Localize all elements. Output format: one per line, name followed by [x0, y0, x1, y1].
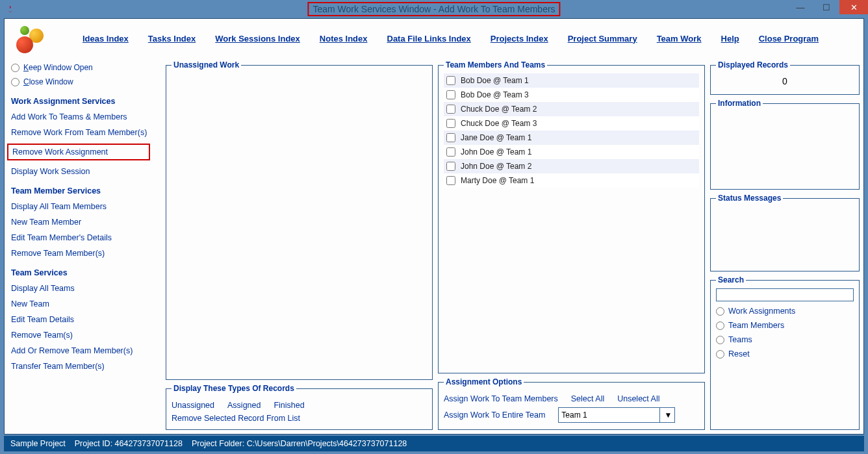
link-add-or-remove-team-members[interactable]: Add Or Remove Team Member(s) [11, 346, 160, 355]
radio-label: Close Window [23, 77, 73, 86]
link-finished[interactable]: Finished [274, 401, 304, 410]
radio-close-window[interactable]: Close Window [11, 77, 160, 86]
member-checkbox[interactable] [446, 90, 455, 99]
link-display-work-session[interactable]: Display Work Session [11, 167, 160, 176]
menu-data-file-links-index[interactable]: Data File Links Index [387, 34, 471, 44]
radio-search-reset[interactable]: Reset [716, 349, 854, 359]
menu-close-program[interactable]: Close Program [759, 34, 819, 44]
link-remove-team-members[interactable]: Remove Team Member(s) [11, 249, 160, 258]
member-checkbox[interactable] [446, 105, 455, 114]
menu-notes-index[interactable]: Notes Index [320, 34, 368, 44]
member-name: Jane Doe @ Team 1 [461, 133, 531, 142]
center: Unassigned Work Display These Types Of R… [166, 60, 860, 430]
legend-status-messages: Status Messages [716, 194, 783, 203]
member-checkbox[interactable] [446, 119, 455, 128]
window-title: Team Work Services Window - Add Work To … [307, 2, 560, 16]
link-add-work-to-teams[interactable]: Add Work To Teams & Members [11, 112, 160, 121]
section-team-member-services: Team Member Services [11, 186, 160, 195]
link-assign-to-members[interactable]: Assign Work To Team Members [444, 394, 558, 403]
legend-displayed-records: Displayed Records [716, 60, 790, 69]
member-row[interactable]: Chuck Doe @ Team 3 [444, 116, 699, 131]
legend-unassigned-work: Unassigned Work [172, 60, 241, 69]
team-combo-value: Team 1 [561, 410, 587, 420]
fieldset-team-members: Team Members And Teams Bob Doe @ Team 1B… [438, 60, 705, 373]
link-assigned[interactable]: Assigned [227, 401, 261, 410]
link-unassigned[interactable]: Unassigned [172, 401, 214, 410]
statusbar: Sample Project Project ID: 4642737370711… [4, 436, 864, 451]
member-row[interactable]: John Doe @ Team 2 [444, 159, 699, 173]
sidebar: Keep Window Open Close Window Work Assig… [11, 60, 160, 430]
menu-work-sessions-index[interactable]: Work Sessions Index [215, 34, 300, 44]
link-display-all-teams[interactable]: Display All Teams [11, 284, 160, 293]
link-remove-work-from-members[interactable]: Remove Work From Team Member(s) [11, 128, 160, 137]
link-transfer-team-members[interactable]: Transfer Team Member(s) [11, 362, 160, 371]
fieldset-search: Search Work Assignments Team Members Tea… [710, 275, 860, 430]
member-row[interactable]: Bob Doe @ Team 3 [444, 88, 699, 102]
close-button[interactable]: ✕ [839, 0, 868, 14]
link-assign-to-entire-team[interactable]: Assign Work To Entire Team [444, 410, 545, 420]
radio-label: Reset [728, 349, 750, 359]
member-name: Chuck Doe @ Team 2 [461, 105, 537, 114]
member-row[interactable]: Marty Doe @ Team 1 [444, 173, 699, 188]
member-name: Chuck Doe @ Team 3 [461, 119, 537, 128]
fieldset-display-types: Display These Types Of Records Unassigne… [166, 384, 433, 430]
link-unselect-all[interactable]: Unselect All [617, 394, 659, 403]
java-icon [5, 4, 16, 14]
menu-ideas-index[interactable]: Ideas Index [83, 34, 129, 44]
fieldset-information: Information [710, 99, 860, 190]
radio-search-work-assignments[interactable]: Work Assignments [716, 307, 854, 316]
status-project-id: Project ID: 464273737071128 [75, 439, 183, 448]
section-work-assignment: Work Assignment Services [11, 97, 160, 106]
maximize-button[interactable]: ☐ [813, 0, 839, 14]
radio-label: Work Assignments [728, 307, 795, 316]
link-new-team-member[interactable]: New Team Member [11, 218, 160, 227]
link-edit-team-member-details[interactable]: Edit Team Member's Details [11, 233, 160, 242]
member-row[interactable]: Chuck Doe @ Team 2 [444, 102, 699, 116]
fieldset-status-messages: Status Messages [710, 194, 860, 271]
member-checkbox[interactable] [446, 176, 455, 185]
member-checkbox[interactable] [446, 147, 455, 157]
radio-keep-window-open[interactable]: Keep Window Open [11, 63, 160, 72]
radio-label: Team Members [728, 321, 784, 330]
legend-assignment-options: Assignment Options [444, 377, 524, 386]
radio-search-team-members[interactable]: Team Members [716, 321, 854, 330]
menu-help[interactable]: Help [721, 34, 739, 44]
link-display-all-team-members[interactable]: Display All Team Members [11, 202, 160, 211]
col-unassigned: Unassigned Work Display These Types Of R… [166, 60, 433, 430]
chevron-down-icon: ▼ [659, 408, 672, 422]
link-remove-work-assignment[interactable]: Remove Work Assignment [7, 144, 150, 160]
team-combo[interactable]: Team 1 ▼ [558, 407, 675, 423]
main-window: Ideas Index Tasks Index Work Sessions In… [4, 18, 864, 435]
menu-project-summary[interactable]: Project Summary [568, 34, 637, 44]
member-checkbox[interactable] [446, 133, 455, 142]
legend-search: Search [716, 275, 746, 284]
section-team-services: Team Services [11, 268, 160, 277]
minimize-button[interactable]: — [787, 0, 813, 14]
legend-team-members: Team Members And Teams [444, 60, 547, 69]
member-name: John Doe @ Team 2 [461, 162, 531, 171]
member-row[interactable]: Jane Doe @ Team 1 [444, 131, 699, 145]
member-checkbox[interactable] [446, 76, 455, 85]
link-select-all[interactable]: Select All [571, 394, 604, 403]
link-edit-team-details[interactable]: Edit Team Details [11, 315, 160, 324]
status-project-name: Sample Project [10, 439, 66, 448]
menu-tasks-index[interactable]: Tasks Index [148, 34, 196, 44]
menubar: Ideas Index Tasks Index Work Sessions In… [5, 19, 863, 58]
search-input[interactable] [716, 288, 854, 301]
member-checkbox[interactable] [446, 162, 455, 171]
link-remove-teams[interactable]: Remove Team(s) [11, 331, 160, 340]
radio-label: Teams [728, 335, 752, 344]
link-new-team[interactable]: New Team [11, 299, 160, 309]
legend-display-types: Display These Types Of Records [172, 384, 296, 393]
member-name: John Doe @ Team 1 [461, 147, 531, 157]
body: Keep Window Open Close Window Work Assig… [5, 58, 863, 434]
link-remove-selected-record[interactable]: Remove Selected Record From List [172, 414, 300, 423]
member-row[interactable]: John Doe @ Team 1 [444, 145, 699, 159]
radio-search-teams[interactable]: Teams [716, 335, 854, 344]
menu-projects-index[interactable]: Projects Index [491, 34, 548, 44]
radio-label: Keep Window Open [23, 63, 93, 72]
fieldset-unassigned-work: Unassigned Work [166, 60, 433, 380]
menu-team-work[interactable]: Team Work [657, 34, 702, 44]
titlebar: Team Work Services Window - Add Work To … [0, 0, 868, 18]
member-row[interactable]: Bob Doe @ Team 1 [444, 73, 699, 88]
